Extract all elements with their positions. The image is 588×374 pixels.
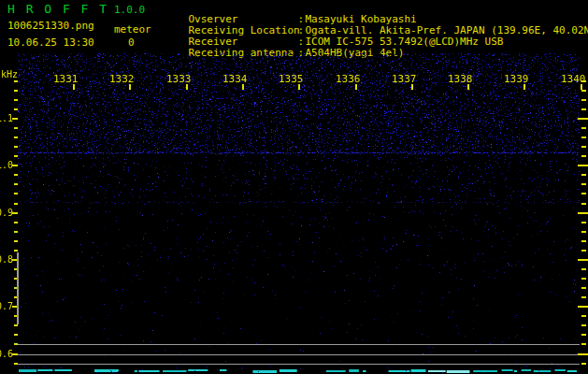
freq-tick-label: 0.8 (0, 254, 13, 265)
freq-minor-tick (14, 324, 18, 326)
hrofft-output: H R O F F T 1.0.0 1006251330.png meteor … (0, 0, 588, 374)
freq-minor-tick (14, 108, 18, 110)
app-version: 1.0.0 (114, 5, 145, 16)
freq-minor-tick (14, 90, 18, 92)
mode-label: meteor (114, 24, 151, 36)
freq-minor-tick (14, 193, 18, 194)
freq-tick (578, 118, 588, 120)
freq-minor-tick (14, 334, 18, 336)
datetime: 10.06.25 13:30 (7, 37, 94, 49)
filename: 1006251330.png (7, 21, 94, 32)
freq-minor-tick (14, 146, 18, 148)
freq-minor-tick (581, 324, 586, 326)
freq-minor-tick (581, 343, 586, 345)
app-title: H R O F F T (7, 3, 108, 16)
time-tick (186, 84, 188, 90)
freq-tick (12, 353, 18, 355)
time-tick (355, 84, 357, 90)
freq-minor-tick (581, 278, 586, 280)
freq-minor-tick (14, 99, 18, 101)
freq-minor-tick (14, 343, 18, 345)
freq-tick (12, 212, 18, 214)
freq-minor-tick (581, 334, 586, 336)
freq-minor-tick (14, 250, 18, 252)
freq-minor-tick (581, 250, 586, 252)
freq-tick (12, 165, 18, 166)
freq-minor-tick (581, 240, 586, 242)
freq-tick (578, 353, 588, 355)
freq-minor-tick (581, 287, 586, 289)
freq-minor-tick (14, 222, 18, 223)
freq-minor-tick (581, 315, 586, 317)
freq-tick-label: 1.0 (0, 160, 13, 170)
freq-tick (578, 306, 588, 308)
freq-minor-tick (14, 183, 18, 185)
time-tick (298, 84, 300, 90)
freq-minor-tick (581, 363, 586, 365)
freq-minor-tick (581, 108, 586, 110)
freq-minor-tick (581, 268, 586, 270)
freq-minor-tick (581, 296, 586, 298)
spectrogram-canvas (18, 53, 580, 374)
freq-minor-tick (14, 155, 18, 157)
freq-tick (578, 259, 588, 261)
freq-minor-tick (581, 127, 586, 129)
freq-minor-tick (581, 137, 586, 138)
freq-minor-tick (581, 231, 586, 233)
freq-tick-label: 1.1 (0, 113, 13, 123)
freq-tick (578, 212, 588, 214)
freq-minor-tick (581, 174, 586, 176)
freq-minor-tick (14, 174, 18, 176)
freq-minor-tick (581, 183, 586, 185)
freq-tick-label: 0.7 (0, 301, 13, 311)
freq-minor-tick (14, 127, 18, 129)
freq-minor-tick (581, 99, 586, 101)
freq-minor-tick (14, 231, 18, 233)
time-tick (467, 84, 469, 90)
frequency-axis-unit: kHz (1, 69, 18, 79)
freq-minor-tick (14, 240, 18, 242)
freq-minor-tick (581, 155, 586, 157)
time-tick (242, 84, 244, 90)
freq-minor-tick (581, 193, 586, 194)
freq-minor-tick (14, 137, 18, 138)
duration-marker-line (17, 252, 19, 324)
freq-minor-tick (14, 363, 18, 365)
freq-tick-label: 0.6 (0, 349, 13, 359)
time-tick (73, 84, 75, 90)
freq-tick-label: 0.9 (0, 208, 13, 218)
freq-minor-tick (581, 90, 586, 92)
time-tick (129, 84, 131, 90)
time-tick (581, 84, 582, 90)
time-tick (411, 84, 413, 90)
freq-minor-tick (581, 203, 586, 205)
freq-minor-tick (14, 203, 18, 205)
time-tick (523, 84, 525, 90)
freq-minor-tick (581, 222, 586, 223)
meteor-count: 0 (128, 37, 135, 49)
freq-tick (12, 118, 18, 120)
freq-minor-tick (581, 146, 586, 148)
freq-tick (578, 165, 588, 166)
freq-minor-tick (14, 80, 18, 82)
